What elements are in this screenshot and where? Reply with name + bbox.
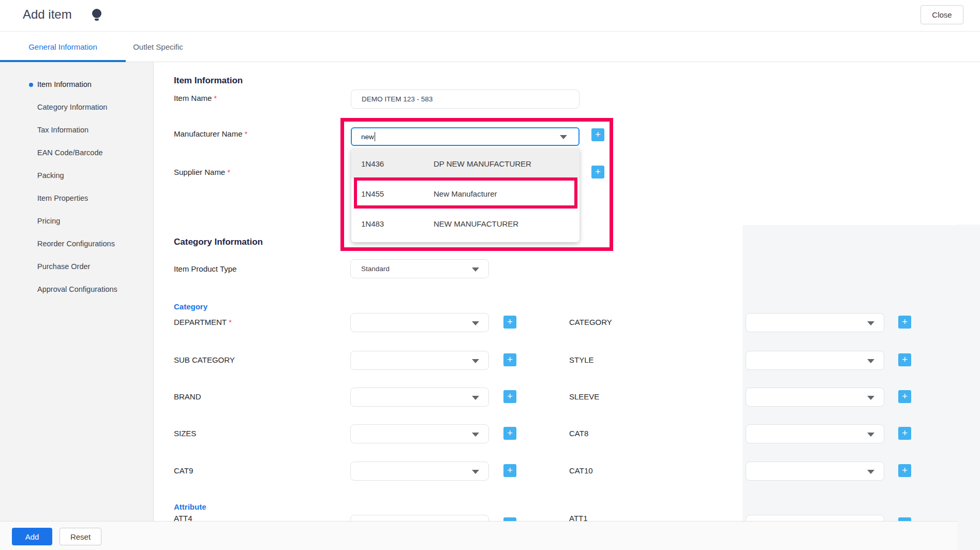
add-department-button[interactable]: + [503, 316, 516, 329]
department-select[interactable] [350, 313, 489, 332]
item-product-type-value: Standard [361, 265, 390, 273]
plus-icon: + [902, 465, 908, 475]
cat8-select[interactable] [746, 424, 884, 443]
sidebar-item-item-properties[interactable]: Item Properties [37, 194, 88, 203]
category-subheading: Category [174, 302, 207, 311]
style-label: STYLE [569, 355, 594, 364]
plus-icon: + [507, 465, 513, 475]
required-marker: * [227, 168, 230, 176]
add-style-button[interactable]: + [898, 353, 911, 366]
sizes-label: SIZES [174, 429, 196, 438]
cat10-select[interactable] [746, 462, 884, 481]
brand-select[interactable] [350, 388, 489, 407]
page-title: Add item [23, 7, 72, 22]
manufacturer-typed-text: new [361, 133, 374, 141]
close-button[interactable]: Close [920, 5, 963, 24]
plus-icon: + [902, 354, 908, 365]
chevron-down-icon [472, 267, 479, 272]
add-supplier-button[interactable]: + [591, 166, 604, 179]
item-name-value: DEMO ITEM 123 - 583 [362, 95, 433, 103]
chevron-down-icon [472, 321, 479, 325]
sidebar-item-tax-information[interactable]: Tax Information [37, 126, 88, 135]
text-cursor [375, 132, 376, 141]
manufacturer-combobox-input[interactable]: new [351, 127, 580, 146]
option-name: DP NEW MANUFACTURER [434, 159, 531, 168]
item-name-input[interactable]: DEMO ITEM 123 - 583 [351, 90, 580, 109]
add-sub-category-button[interactable]: + [503, 353, 516, 366]
plus-icon: + [902, 391, 908, 402]
chevron-down-icon [472, 433, 479, 437]
category-label: CATEGORY [569, 318, 612, 326]
add-sleeve-button[interactable]: + [898, 390, 911, 403]
sidebar-item-ean-code-barcode[interactable]: EAN Code/Barcode [37, 148, 103, 158]
tab-bar: General Information Outlet Specific [0, 32, 980, 62]
section-nav-sidebar: Item Information Category Information Ta… [0, 62, 154, 521]
tab-outlet-specific[interactable]: Outlet Specific [126, 32, 190, 62]
plus-icon: + [507, 391, 513, 402]
plus-icon: + [595, 129, 601, 140]
sleeve-select[interactable] [746, 388, 884, 407]
brand-label: BRAND [174, 392, 201, 401]
option-code: 1N436 [361, 159, 384, 168]
dropdown-option[interactable]: 1N483 NEW MANUFACTURER [351, 209, 580, 239]
add-cat8-button[interactable]: + [898, 427, 911, 440]
plus-icon: + [595, 166, 601, 177]
reset-button[interactable]: Reset [60, 528, 101, 545]
option-name: New Manufacturer [434, 189, 497, 198]
chevron-down-icon [867, 470, 874, 474]
add-cat9-button[interactable]: + [503, 464, 516, 477]
cat9-select[interactable] [350, 462, 489, 481]
add-cat10-button[interactable]: + [898, 464, 911, 477]
category-select[interactable] [746, 313, 884, 332]
add-brand-button[interactable]: + [503, 390, 516, 403]
add-category-button[interactable]: + [898, 316, 911, 329]
chevron-down-icon [867, 396, 874, 400]
sub-category-select[interactable] [350, 351, 489, 370]
option-code: 1N455 [361, 189, 384, 198]
sidebar-item-approval-configurations[interactable]: Approval Configurations [37, 285, 117, 294]
add-button[interactable]: Add [12, 528, 52, 545]
sidebar-item-packing[interactable]: Packing [37, 171, 64, 181]
plus-icon: + [507, 427, 513, 438]
sidebar-item-reorder-configurations[interactable]: Reorder Configurations [37, 240, 115, 249]
tab-general-information[interactable]: General Information [0, 32, 126, 62]
sidebar-item-pricing[interactable]: Pricing [37, 217, 60, 226]
department-label: DEPARTMENT* [174, 318, 232, 326]
dropdown-option[interactable]: 1N455 New Manufacturer [351, 179, 580, 209]
attribute-subheading: Attribute [174, 502, 206, 511]
cat9-label: CAT9 [174, 466, 193, 475]
supplier-name-label: Supplier Name* [174, 168, 230, 176]
manufacturer-name-label: Manufacturer Name* [174, 129, 247, 138]
item-product-type-select[interactable]: Standard [350, 259, 489, 278]
add-manufacturer-button[interactable]: + [591, 128, 604, 141]
footer-bar: Add Reset [0, 521, 980, 550]
add-sizes-button[interactable]: + [503, 427, 516, 440]
plus-icon: + [507, 316, 513, 327]
chevron-down-icon [472, 396, 479, 400]
chevron-down-icon [867, 433, 874, 437]
sidebar-item-category-information[interactable]: Category Information [37, 103, 107, 112]
chevron-down-icon [472, 359, 479, 363]
sub-category-label: SUB CATEGORY [174, 355, 235, 364]
option-name: NEW MANUFACTURER [434, 219, 518, 228]
plus-icon: + [507, 354, 513, 365]
required-marker: * [245, 129, 248, 138]
chevron-down-icon[interactable] [560, 135, 567, 139]
style-select[interactable] [746, 351, 884, 370]
chevron-down-icon [867, 359, 874, 363]
cat10-label: CAT10 [569, 466, 593, 475]
sidebar-item-item-information[interactable]: Item Information [37, 80, 92, 90]
chevron-down-icon [472, 470, 479, 474]
sizes-select[interactable] [350, 424, 489, 443]
item-name-label: Item Name* [174, 94, 217, 102]
add-item-page: Add item Close General Information Outle… [0, 0, 980, 550]
sidebar-item-purchase-order[interactable]: Purchase Order [37, 262, 90, 272]
right-gutter [957, 225, 980, 550]
required-marker: * [229, 318, 232, 326]
lightbulb-icon[interactable] [92, 9, 101, 18]
dropdown-option[interactable]: 1N436 DP NEW MANUFACTURER [351, 148, 580, 179]
required-marker: * [214, 94, 217, 102]
option-code: 1N483 [361, 219, 384, 228]
item-information-heading: Item Information [174, 76, 243, 86]
header: Add item Close [0, 0, 980, 32]
